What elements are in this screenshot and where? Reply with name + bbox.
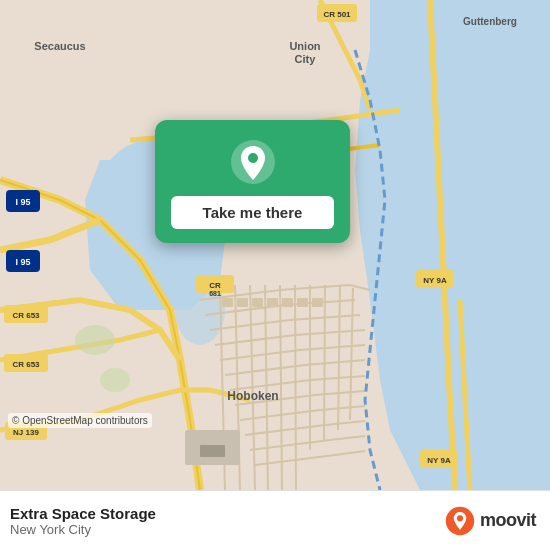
svg-text:Guttenberg: Guttenberg [463,16,517,27]
svg-point-39 [75,325,115,355]
footer-bar: Extra Space Storage New York City moovit [0,490,550,550]
svg-rect-36 [282,298,293,307]
svg-text:CR: CR [209,281,221,290]
svg-text:CR 653: CR 653 [12,311,40,320]
svg-text:CR 653: CR 653 [12,360,40,369]
svg-rect-32 [222,298,233,307]
map-container: I 95 I 95 CR 681 CR 653 CR 653 NJ 139 NY… [0,0,550,490]
svg-text:City: City [295,53,317,65]
popup-card[interactable]: Take me there [155,120,350,243]
svg-rect-35 [267,298,278,307]
svg-rect-34 [252,298,263,307]
svg-text:Union: Union [289,40,320,52]
svg-text:NY 9A: NY 9A [423,276,447,285]
footer-title: Extra Space Storage [10,505,156,522]
svg-text:681: 681 [209,290,221,297]
svg-text:Hoboken: Hoboken [227,389,278,403]
svg-text:Secaucus: Secaucus [34,40,85,52]
copyright-text: © OpenStreetMap contributors [8,413,152,428]
take-me-there-button[interactable]: Take me there [171,196,334,229]
moovit-logo: moovit [444,505,536,537]
svg-rect-30 [200,445,225,457]
svg-text:I 95: I 95 [15,257,30,267]
moovit-text: moovit [480,510,536,531]
svg-rect-38 [312,298,323,307]
moovit-logo-icon [444,505,476,537]
footer-info: Extra Space Storage New York City [10,505,156,537]
svg-rect-33 [237,298,248,307]
svg-text:CR 501: CR 501 [323,10,351,19]
svg-point-40 [100,368,130,392]
svg-text:NJ 139: NJ 139 [13,428,39,437]
svg-text:I 95: I 95 [15,197,30,207]
svg-point-42 [248,153,258,163]
svg-text:NY 9A: NY 9A [427,456,451,465]
location-pin-icon [229,138,277,186]
footer-subtitle: New York City [10,522,156,537]
svg-point-44 [457,515,463,521]
svg-rect-37 [297,298,308,307]
